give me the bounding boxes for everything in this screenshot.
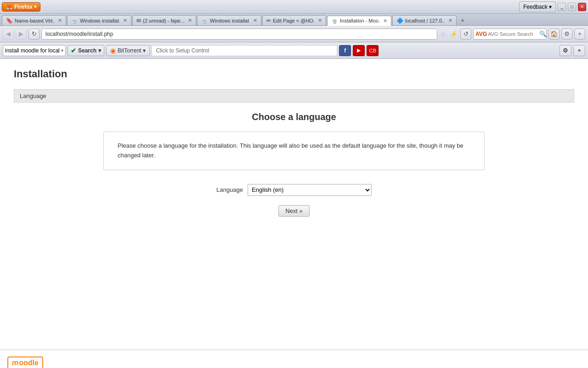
section-header-text: Language [20,92,46,99]
tab-label: Windows installat... [80,18,119,23]
info-box: Please choose a language for the install… [103,132,485,170]
bittorrent-icon: ◉ [110,47,116,54]
tab-icon: 🍵 [331,17,338,24]
tabs-bar: 🔖 Name-based Virt... ✕ 🍵 Windows install… [0,14,588,26]
toolbar-icons: f ▶ CB [339,45,379,56]
tab-installation-moodle[interactable]: 🍵 Installation - Moo... ✕ [327,16,391,26]
reload-button[interactable]: ↺ [460,29,471,40]
bittorrent-label: BitTorrent [118,47,141,54]
home-button[interactable]: 🏠 [548,29,560,40]
avg-search-bar[interactable]: AVG 🔍 [473,29,547,40]
tab-name-based-virt[interactable]: 🔖 Name-based Virt... ✕ [2,15,66,25]
rss-icon[interactable]: ⚡ [450,30,458,38]
browser-window: 🦊 Firefox Feedback ▾ _ □ ✕ 🔖 Name-based … [0,0,588,368]
section-header: Language [14,89,574,103]
moodle-logo-text: oodle [19,359,39,367]
setup-control-button[interactable]: Click to Setup Control [152,45,337,56]
address-bar[interactable]: localhost/moodle/install.php [41,29,437,40]
tab-icon: 🔷 [396,17,403,24]
tab-icon: ✉ [136,17,141,24]
tab-icon: 🔖 [6,17,13,24]
setup-control-label: Click to Setup Control [156,47,209,54]
tab-label: localhost / 127.0... [405,18,445,23]
more-button[interactable]: + [574,29,585,40]
search-arrow-icon: ▾ [98,47,101,54]
language-label: Language [216,186,243,193]
minimize-button[interactable]: _ [558,3,566,11]
facebook-icon-button[interactable]: f [339,45,351,56]
avg-search-input[interactable] [488,31,538,37]
forward-button[interactable]: ▶ [16,29,27,40]
page-content: Installation Language Choose a language … [0,59,588,350]
tab-icon: ✏ [266,17,271,24]
search-input-wrap: ▾ [3,45,66,56]
search-checkmark-icon: ✔ [71,47,76,54]
toolbar-bar: ▾ ✔ Search ▾ ◉ BitTorrent ▾ Click to Set… [0,42,588,59]
address-text: localhost/moodle/install.php [45,31,113,37]
title-bar: 🦊 Firefox Feedback ▾ _ □ ✕ [0,0,588,14]
next-button-row: Next » [14,205,574,217]
new-tab-button[interactable]: + [458,15,468,25]
customize-button[interactable]: ⚙ [560,45,571,56]
feedback-button[interactable]: Feedback ▾ [519,1,556,12]
add-toolbar-button[interactable]: + [573,45,585,56]
tab-label: Edit Page < @HO... [273,18,314,23]
tab-label: (2 unread) - fajar... [143,18,184,23]
search-button[interactable]: ✔ Search ▾ [68,45,104,56]
tab-close-icon[interactable]: ✕ [123,17,127,23]
search-magnifier-icon[interactable]: 🔍 [539,30,547,37]
next-button[interactable]: Next » [278,205,310,217]
close-button[interactable]: ✕ [578,3,586,11]
tab-label: Installation - Moo... [340,18,379,23]
cb-icon-button[interactable]: CB [367,45,379,56]
language-row: Language English (en) [14,184,574,196]
tab-icon: 🍵 [71,17,78,24]
bookmark-star-icon[interactable]: ☆ [440,30,446,38]
tab-localhost[interactable]: 🔷 localhost / 127.0... ✕ [392,15,457,25]
tab-edit-page[interactable]: ✏ Edit Page < @HO... ✕ [262,15,326,25]
main-heading: Choose a language [14,112,574,122]
avg-icon: AVG [475,31,487,37]
tab-close-icon[interactable]: ✕ [188,17,192,23]
tab-close-icon[interactable]: ✕ [448,17,452,23]
tab-close-icon[interactable]: ✕ [383,18,387,24]
tab-windows-install-2[interactable]: 🍵 Windows installat... ✕ [197,15,261,25]
tab-icon: 🍵 [201,17,208,24]
nav-bar: ◀ ▶ ↻ localhost/moodle/install.php ☆ ⚡ ↺… [0,26,588,42]
refresh-button[interactable]: ↻ [28,29,40,40]
tab-label: Windows installat... [210,18,249,23]
search-label: Search [78,47,96,54]
window-controls: Feedback ▾ _ □ ✕ [519,1,586,12]
youtube-icon-button[interactable]: ▶ [353,45,365,56]
bittorrent-button[interactable]: ◉ BitTorrent ▾ [106,45,150,56]
maximize-button[interactable]: □ [568,3,576,11]
tab-email[interactable]: ✉ (2 unread) - fajar... ✕ [132,15,196,25]
page-title: Installation [14,68,574,80]
tab-close-icon[interactable]: ✕ [58,17,62,23]
search-dropdown-arrow[interactable]: ▾ [61,48,63,53]
tab-windows-install-1[interactable]: 🍵 Windows installat... ✕ [67,15,131,25]
search-input[interactable] [5,47,60,54]
language-select[interactable]: English (en) [248,184,372,196]
tab-label: Name-based Virt... [15,18,54,23]
firefox-menu-button[interactable]: 🦊 Firefox [2,2,40,12]
bittorrent-dropdown-icon: ▾ [143,47,146,54]
moodle-logo-m: m [12,359,18,367]
firefox-icon: 🦊 [6,4,13,10]
back-button[interactable]: ◀ [3,29,14,40]
tab-close-icon[interactable]: ✕ [318,17,322,23]
moodle-logo: m oodle [7,356,43,368]
tab-close-icon[interactable]: ✕ [253,17,257,23]
title-bar-left: 🦊 Firefox [2,2,40,12]
info-text: Please choose a language for the install… [118,141,470,161]
options-button[interactable]: ⚙ [561,29,572,40]
page-footer: m oodle [0,350,588,368]
